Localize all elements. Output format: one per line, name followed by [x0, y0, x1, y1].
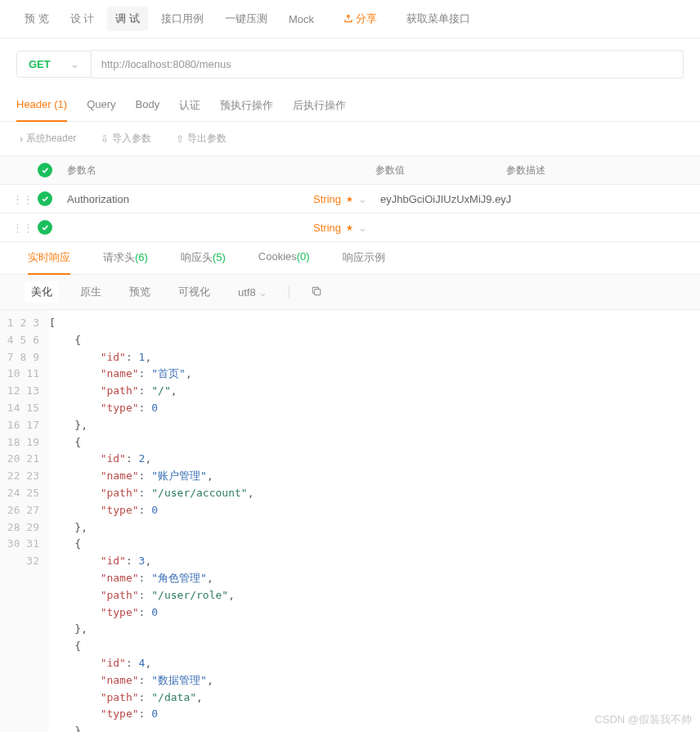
tab-post-exec[interactable]: 后执行操作: [293, 90, 346, 121]
import-params-button[interactable]: ⇩导入参数: [101, 132, 151, 146]
tab-usecase[interactable]: 接口用例: [153, 7, 212, 31]
preview-button[interactable]: 预览: [123, 281, 157, 303]
svg-rect-0: [315, 289, 321, 294]
response-body: 1 2 3 4 5 6 7 8 9 10 11 12 13 14 15 16 1…: [0, 310, 700, 732]
drag-handle-icon[interactable]: ⋮⋮: [8, 222, 38, 234]
system-header-toggle[interactable]: ›系统header: [20, 132, 76, 146]
share-button[interactable]: 分享: [335, 7, 385, 31]
raw-button[interactable]: 原生: [74, 281, 108, 303]
tab-pre-exec[interactable]: 预执行操作: [220, 90, 273, 121]
top-tabs: 预 览 设 计 调 试 接口用例 一键压测 Mock 分享 获取菜单接口: [0, 0, 700, 38]
param-type-select[interactable]: String★⌄: [253, 193, 375, 205]
tab-debug[interactable]: 调 试: [107, 7, 148, 31]
chevron-right-icon: ›: [20, 133, 23, 145]
chevron-down-icon: ⌄: [70, 58, 79, 70]
copy-button[interactable]: [304, 282, 329, 303]
chevron-down-icon: ⌄: [358, 222, 367, 234]
required-star-icon: ★: [346, 195, 353, 204]
tab-header[interactable]: Header (1): [16, 90, 67, 122]
tab-mock[interactable]: Mock: [280, 8, 322, 30]
checkmark-icon[interactable]: [38, 220, 52, 235]
param-row: ⋮⋮ String★⌄: [0, 213, 700, 242]
visualize-button[interactable]: 可视化: [172, 281, 217, 303]
checkmark-icon[interactable]: [38, 163, 52, 177]
request-tabs: Header (1) Query Body 认证 预执行操作 后执行操作: [0, 90, 700, 122]
header-toolbar: ›系统header ⇩导入参数 ⇧导出参数: [0, 122, 700, 155]
tab-response-example[interactable]: 响应示例: [343, 242, 385, 274]
tab-request-headers[interactable]: 请求头(6): [103, 242, 148, 274]
required-star-icon: ★: [346, 223, 353, 232]
url-input[interactable]: [92, 50, 684, 79]
param-row: ⋮⋮ Authorization String★⌄ eyJhbGciOiJIUz…: [0, 185, 700, 213]
beautify-button[interactable]: 美化: [25, 281, 59, 303]
params-header-row: 参数名 参数值 参数描述: [0, 156, 700, 185]
tab-cookies[interactable]: Cookies(0): [258, 242, 310, 274]
divider: [289, 285, 289, 299]
drag-handle-icon[interactable]: ⋮⋮: [8, 193, 38, 205]
download-icon: ⇩: [101, 133, 109, 145]
tab-auth[interactable]: 认证: [179, 90, 200, 121]
api-title: 获取菜单接口: [406, 11, 470, 26]
method-select[interactable]: GET ⌄: [16, 51, 92, 78]
chevron-down-icon: ⌄: [358, 193, 367, 205]
param-value[interactable]: eyJhbGciOiJIUzUxMiJ9.eyJ: [375, 193, 506, 205]
code-content[interactable]: [ { "id": 1, "name": "首页", "path": "/", …: [49, 310, 700, 732]
tab-query[interactable]: Query: [87, 90, 115, 121]
params-table: 参数名 参数值 参数描述 ⋮⋮ Authorization String★⌄ e…: [0, 155, 700, 242]
url-bar: GET ⌄: [0, 38, 700, 90]
tab-body[interactable]: Body: [136, 90, 160, 121]
tab-response-headers[interactable]: 响应头(5): [181, 242, 226, 274]
code-gutter: 1 2 3 4 5 6 7 8 9 10 11 12 13 14 15 16 1…: [0, 310, 49, 732]
checkmark-icon[interactable]: [38, 191, 52, 206]
param-type-select[interactable]: String★⌄: [253, 222, 375, 234]
share-icon: [343, 14, 353, 24]
response-tabs: 实时响应 请求头(6) 响应头(5) Cookies(0) 响应示例: [0, 242, 700, 275]
tab-preview[interactable]: 预 览: [16, 7, 57, 31]
chevron-down-icon: ⌄: [258, 286, 267, 299]
method-label: GET: [29, 58, 51, 70]
copy-icon: [311, 285, 322, 297]
response-toolbar: 美化 原生 预览 可视化 utf8 ⌄: [0, 275, 700, 310]
tab-realtime-response[interactable]: 实时响应: [28, 242, 70, 275]
tab-loadtest[interactable]: 一键压测: [217, 7, 276, 31]
export-params-button[interactable]: ⇧导出参数: [176, 132, 227, 146]
param-name[interactable]: Authorization: [67, 193, 253, 205]
tab-design[interactable]: 设 计: [62, 7, 103, 31]
watermark: CSDN @假装我不帅: [595, 712, 692, 727]
encoding-select[interactable]: utf8 ⌄: [231, 283, 274, 302]
upload-icon: ⇧: [176, 133, 184, 145]
